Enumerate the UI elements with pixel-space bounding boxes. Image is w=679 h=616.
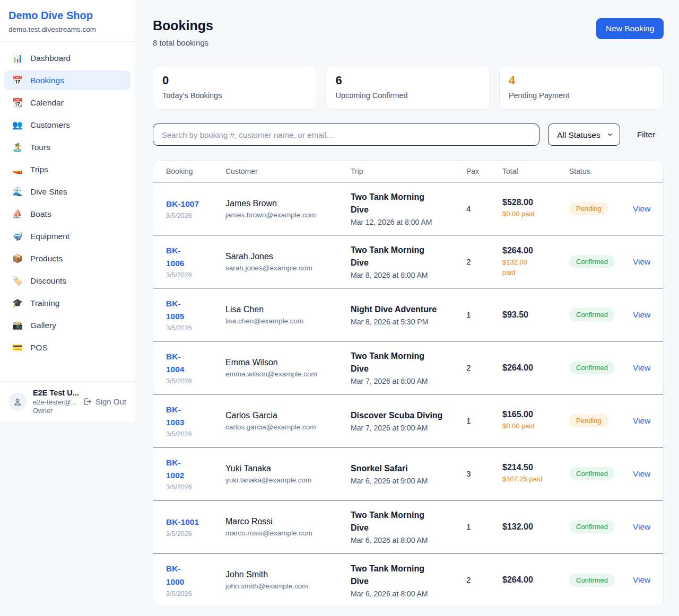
pax-cell: 2: [466, 363, 502, 373]
column-header-customer: Customer: [225, 167, 351, 175]
booking-id-link[interactable]: BK- 1006: [166, 244, 184, 270]
total-cell: $165.00 $0.00 paid: [502, 410, 569, 432]
total-amount: $264.00: [502, 246, 569, 256]
booking-cell: BK- 1003 3/5/2026: [166, 403, 225, 438]
customer-email: james.brown@example.com: [225, 211, 351, 219]
avatar: [8, 393, 27, 411]
booking-id-link[interactable]: BK-1007: [166, 198, 199, 210]
view-link[interactable]: View: [633, 575, 650, 584]
sidebar-item-label: Training: [30, 298, 59, 308]
total-cell: $264.00: [502, 363, 569, 373]
trip-name: Two Tank Morning Dive: [351, 509, 443, 534]
status-cell: Confirmed: [569, 520, 633, 533]
sidebar-item-calendar[interactable]: 📆 Calendar: [4, 93, 130, 112]
pax-cell: 1: [466, 416, 502, 426]
booking-id-link[interactable]: BK- 1002: [166, 456, 184, 482]
view-link[interactable]: View: [633, 416, 650, 425]
sidebar-item-pos[interactable]: 💳 POS: [4, 338, 130, 357]
view-link[interactable]: View: [633, 469, 650, 478]
user-role: Owner: [33, 407, 76, 415]
filter-button[interactable]: Filter: [629, 130, 664, 139]
booking-id-link[interactable]: BK- 1005: [166, 297, 184, 323]
customer-cell: Marco Rossi marco.rossi@example.com: [225, 517, 351, 537]
trip-datetime: Mar 8, 2026 at 8:00 AM: [351, 271, 466, 279]
total-amount: $264.00: [502, 575, 569, 585]
status-cell: Pending: [569, 202, 633, 215]
total-cell: $528.00 $0.00 paid: [502, 198, 569, 219]
customer-name: Carlos Garcia: [225, 411, 351, 420]
trip-cell: Two Tank Morning Dive Mar 8, 2026 at 8:0…: [351, 244, 466, 279]
sidebar-item-equipment[interactable]: 🤿 Equipment: [4, 226, 130, 246]
booking-date: 3/5/2026: [166, 212, 225, 219]
bookings-table: BookingCustomerTripPaxTotalStatus BK-100…: [153, 160, 664, 607]
table-row: BK-1007 3/5/2026 James Brown james.brown…: [153, 182, 663, 235]
booking-cell: BK-1007 3/5/2026: [166, 198, 225, 219]
action-cell: View: [633, 257, 650, 267]
status-badge: Confirmed: [569, 574, 615, 587]
trip-name: Two Tank Morning Dive: [351, 191, 443, 216]
sidebar-item-trips[interactable]: 🚤 Trips: [4, 160, 130, 179]
booking-date: 3/5/2026: [166, 590, 225, 597]
trip-cell: Two Tank Morning Dive Mar 6, 2026 at 8:0…: [351, 509, 466, 544]
user-meta: E2E Test U... e2e-tester@... Owner: [33, 389, 76, 415]
sidebar-item-dive-sites[interactable]: 🌊 Dive Sites: [4, 182, 130, 201]
sidebar-item-discounts[interactable]: 🏷️ Discounts: [4, 271, 130, 291]
total-amount: $528.00: [502, 198, 569, 207]
status-filter-select[interactable]: All Statuses: [548, 124, 620, 146]
stat-label: Today's Bookings: [162, 91, 308, 100]
status-cell: Confirmed: [569, 308, 633, 321]
customer-cell: Carlos Garcia carlos.garcia@example.com: [225, 411, 351, 431]
new-booking-button[interactable]: New Booking: [596, 18, 664, 39]
view-link[interactable]: View: [633, 522, 650, 531]
column-header-status: Status: [569, 167, 633, 175]
table-row: BK-1001 3/5/2026 Marco Rossi marco.rossi…: [153, 500, 663, 553]
sign-out-button[interactable]: Sign Out: [83, 397, 126, 406]
trip-name: Two Tank Morning Dive: [351, 244, 443, 269]
booking-cell: BK- 1005 3/5/2026: [166, 297, 225, 332]
action-cell: View: [633, 575, 650, 585]
sidebar-item-training[interactable]: 🎓 Training: [4, 293, 130, 313]
sidebar-item-dashboard[interactable]: 📊 Dashboard: [4, 48, 130, 68]
sidebar-item-boats[interactable]: ⛵ Boats: [4, 204, 130, 224]
graduation-cap-icon: 🎓: [12, 298, 23, 308]
customer-cell: Sarah Jones sarah.jones@example.com: [225, 252, 351, 272]
booking-id-link[interactable]: BK- 1003: [166, 403, 184, 429]
page-header-text: Bookings 8 total bookings: [153, 18, 213, 47]
booking-id-link[interactable]: BK- 1004: [166, 350, 184, 376]
stats-row: 0 Today's Bookings 6 Upcoming Confirmed …: [153, 65, 664, 110]
trip-cell: Snorkel Safari Mar 6, 2026 at 9:00 AM: [351, 462, 466, 485]
customer-email: marco.rossi@example.com: [225, 529, 351, 537]
booking-id-link[interactable]: BK-1001: [166, 516, 199, 529]
booking-id-link[interactable]: BK- 1000: [166, 562, 184, 588]
sidebar-item-products[interactable]: 📦 Products: [4, 249, 130, 268]
paid-amount: $0.00 paid: [502, 421, 569, 432]
view-link[interactable]: View: [633, 363, 650, 372]
action-cell: View: [633, 204, 650, 214]
stat-value: 4: [509, 74, 654, 87]
customer-email: lisa.chen@example.com: [225, 317, 351, 325]
search-input[interactable]: [153, 124, 539, 146]
sidebar-item-label: Customers: [30, 120, 70, 130]
total-amount: $264.00: [502, 363, 569, 373]
view-link[interactable]: View: [633, 204, 650, 213]
view-link[interactable]: View: [633, 310, 650, 319]
booking-date: 3/5/2026: [166, 483, 225, 491]
customer-name: Yuki Tanaka: [225, 464, 351, 473]
table-row: BK- 1000 3/5/2026 John Smith john.smith@…: [153, 553, 663, 606]
bar-chart-icon: 📊: [12, 53, 23, 63]
customer-name: Emma Wilson: [225, 358, 351, 367]
view-link[interactable]: View: [633, 257, 650, 266]
pax-cell: 1: [466, 310, 502, 320]
island-icon: 🏝️: [12, 142, 23, 152]
total-cell: $214.50 $107.25 paid: [502, 463, 569, 485]
stat-card: 0 Today's Bookings: [153, 65, 317, 110]
page-header: Bookings 8 total bookings New Booking: [153, 18, 664, 47]
sidebar-item-customers[interactable]: 👥 Customers: [4, 115, 130, 135]
table-body: BK-1007 3/5/2026 James Brown james.brown…: [153, 182, 663, 606]
sidebar-item-gallery[interactable]: 📸 Gallery: [4, 315, 130, 335]
sidebar-item-tours[interactable]: 🏝️ Tours: [4, 137, 130, 157]
stat-label: Upcoming Confirmed: [335, 91, 481, 100]
total-amount: $165.00: [502, 410, 569, 419]
sidebar-item-bookings[interactable]: 📅 Bookings: [4, 71, 130, 90]
total-cell: $264.00 $132.00 paid: [502, 246, 569, 278]
